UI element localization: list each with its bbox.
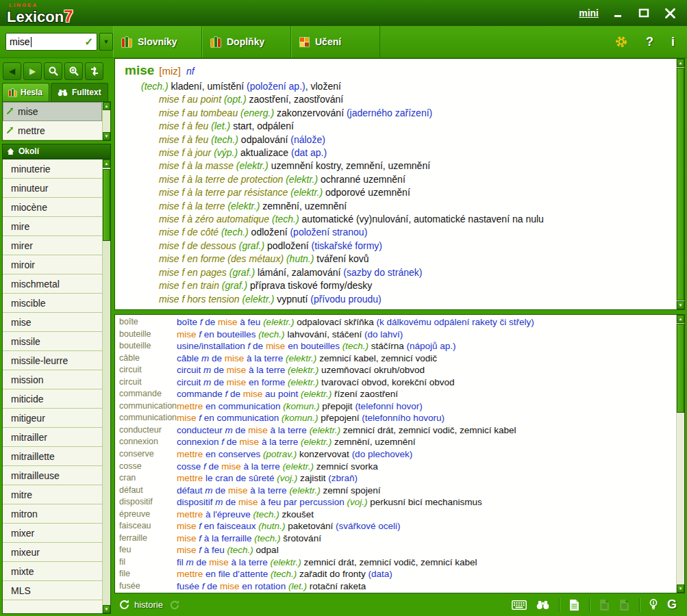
word-list-item[interactable]: mixeur	[3, 543, 102, 562]
binoculars-icon[interactable]	[536, 600, 549, 610]
search-button[interactable]	[44, 62, 62, 80]
collocation-row[interactable]: bouteille mise f en bouteilles (tech.) l…	[119, 329, 675, 341]
result-item-mettre[interactable]: mettre	[3, 121, 102, 140]
nav-buttons: ◀ ▶	[2, 60, 111, 82]
tab-headwords[interactable]: Hesla	[2, 83, 49, 101]
collocation-row[interactable]: fusée fusée f de mise en rotation (let.)…	[119, 580, 675, 593]
word-list-item[interactable]: mitraillette	[3, 447, 102, 466]
word-list-item[interactable]: mitron	[3, 504, 102, 524]
tab-dictionaries[interactable]: Slovníky	[113, 26, 202, 57]
collocation-row[interactable]: fil fil m de mise à la terre (elektr.) z…	[119, 556, 675, 569]
scroll-down-icon[interactable]: ▼	[677, 301, 684, 309]
word-list-item[interactable]: mitrailler	[3, 428, 102, 447]
word-list-item[interactable]: miocène	[3, 198, 102, 217]
collocation-row[interactable]: circuit circuit m de mise en forme (elek…	[119, 376, 675, 389]
collocation-row[interactable]: boîte boîte f de mise à feu (elektr.) od…	[119, 316, 675, 329]
maximize-icon[interactable]	[638, 8, 649, 18]
google-search-icon[interactable]: G	[667, 598, 677, 612]
scrollbar-thumb[interactable]	[677, 324, 684, 413]
swap-direction-button[interactable]	[85, 62, 103, 80]
fulltext-search-button[interactable]	[64, 62, 83, 80]
word-list-item[interactable]: mixte	[3, 562, 102, 581]
forward-button[interactable]: ▶	[23, 62, 42, 80]
scroll-down-icon[interactable]: ▼	[103, 605, 110, 613]
word-list-item[interactable]: minuteur	[3, 179, 102, 198]
search-plus-icon	[68, 66, 79, 77]
tab-fulltext[interactable]: Fulltext	[51, 83, 108, 101]
search-history-dropdown[interactable]: ▼	[99, 33, 113, 51]
collocation-row[interactable]: conserve mettre en conserves (potrav.) k…	[119, 448, 675, 461]
word-list-item[interactable]: mission	[3, 370, 102, 389]
collocation-row[interactable]: circuit circuit m de mise à la terre (el…	[119, 364, 675, 376]
entry-line: mise f au tombeau (energ.) zakonzervován…	[125, 107, 673, 120]
collocation-row[interactable]: défaut défaut m de mise à la terre (elek…	[119, 485, 675, 497]
collocation-row[interactable]: cran mettre le cran de sûreté (voj.) zaj…	[119, 472, 675, 485]
word-list-item[interactable]: mitrailleuse	[3, 466, 102, 485]
word-list-item[interactable]: mitre	[3, 485, 102, 504]
entry-line: mise f à la masse (elektr.) uzemnění kos…	[125, 159, 673, 172]
back-button[interactable]: ◀	[3, 62, 21, 80]
collocation-text: conducteur m de mise à la terre (elektr.…	[177, 424, 675, 437]
keyboard-icon[interactable]	[512, 600, 527, 610]
word-list-item[interactable]: mire	[3, 217, 102, 236]
word-list-item[interactable]: mirer	[3, 236, 102, 255]
entry-line: mise f en train (graf.) příprava tiskové…	[125, 279, 673, 292]
word-list-item[interactable]: mitigeur	[3, 409, 102, 428]
word-list-item[interactable]: MLS	[3, 581, 102, 600]
word-list-item[interactable]: miroir	[3, 255, 102, 274]
collocation-row[interactable]: feu mise f à feu (tech.) odpal	[119, 544, 675, 556]
collocation-row[interactable]: commande commande f de mise au point (el…	[119, 388, 675, 400]
collocation-row[interactable]: communication mettre en communication (k…	[119, 400, 675, 413]
collocation-row[interactable]: épreuve mettre à l'épreuve (tech.) zkouš…	[119, 509, 675, 521]
bulb-icon[interactable]	[649, 599, 658, 611]
word-list-item[interactable]: missile	[3, 332, 102, 351]
scroll-up-icon[interactable]: ▲	[677, 315, 684, 323]
word-list-item[interactable]: miticide	[3, 389, 102, 409]
collocation-row[interactable]: bouteille usine/installation f de mise e…	[119, 340, 675, 352]
scroll-down-icon[interactable]: ▼	[677, 585, 684, 593]
document-active-icon[interactable]	[569, 599, 579, 611]
results-scrollbar: ▲ ▼	[102, 102, 110, 140]
tab-addons[interactable]: Doplňky	[202, 26, 291, 57]
mini-mode-link[interactable]: mini	[579, 8, 599, 18]
collocation-row[interactable]: câble câble m de mise à la terre (elektr…	[119, 352, 675, 365]
collocation-keyword: bouteille	[119, 340, 177, 352]
word-list-item[interactable]: mise	[3, 313, 102, 332]
books-icon	[211, 37, 221, 47]
collocation-row[interactable]: faisceau mise f en faisceaux (hutn.) pak…	[119, 520, 675, 532]
history-button[interactable]: historie	[118, 599, 163, 611]
scroll-down-icon[interactable]: ▼	[103, 132, 110, 140]
collocation-row[interactable]: ferraille mise f à la ferraille (tech.) …	[119, 532, 675, 545]
close-icon[interactable]	[664, 8, 676, 18]
collocation-row[interactable]: communication mise f en communication (k…	[119, 412, 675, 424]
collocation-row[interactable]: file mettre en file d'attente (tech.) za…	[119, 568, 675, 580]
word-list-item[interactable]: mixer	[3, 524, 102, 543]
collocation-row[interactable]: connexion connexion f de mise à la terre…	[119, 436, 675, 448]
word-list-item[interactable]: mischmetal	[3, 274, 102, 294]
scroll-up-icon[interactable]: ▲	[103, 102, 110, 110]
document-icon[interactable]	[599, 599, 610, 611]
scroll-up-icon[interactable]: ▲	[103, 159, 110, 168]
collocation-row[interactable]: cosse cosse f de mise à la terre (elektr…	[119, 461, 675, 473]
document-icon[interactable]	[619, 599, 629, 611]
nearby-words-list: minuterie minuteur miocène mire mirer mi…	[3, 159, 102, 613]
collocation-row[interactable]: dispositif dispositif m de mise à feu pa…	[119, 496, 675, 509]
entry-line: mise f à feu (tech.) odpalování (nálože)	[125, 133, 673, 146]
search-input[interactable]: mise ✓	[5, 33, 97, 51]
word-list-item[interactable]: missile-leurre	[3, 351, 102, 370]
scrollbar-thumb[interactable]	[103, 169, 110, 241]
tab-learning[interactable]: Učení	[291, 26, 380, 57]
scroll-up-icon[interactable]: ▲	[677, 59, 684, 67]
collocation-keyword: cran	[119, 472, 177, 485]
result-item-mise[interactable]: mise	[3, 102, 102, 121]
word-list-item[interactable]: minuterie	[3, 159, 102, 179]
refresh-icon[interactable]	[169, 600, 180, 611]
minimize-icon[interactable]	[614, 8, 623, 18]
collocation-row[interactable]: conducteur conducteur m de mise à la ter…	[119, 424, 675, 437]
help-icon[interactable]: ?	[646, 35, 653, 49]
scrollbar-thumb[interactable]	[677, 68, 684, 300]
word-list-item[interactable]: miscible	[3, 294, 102, 313]
info-icon[interactable]: i	[671, 35, 675, 49]
nearby-words-header: Okolí	[2, 144, 111, 159]
gear-icon[interactable]	[614, 35, 628, 49]
